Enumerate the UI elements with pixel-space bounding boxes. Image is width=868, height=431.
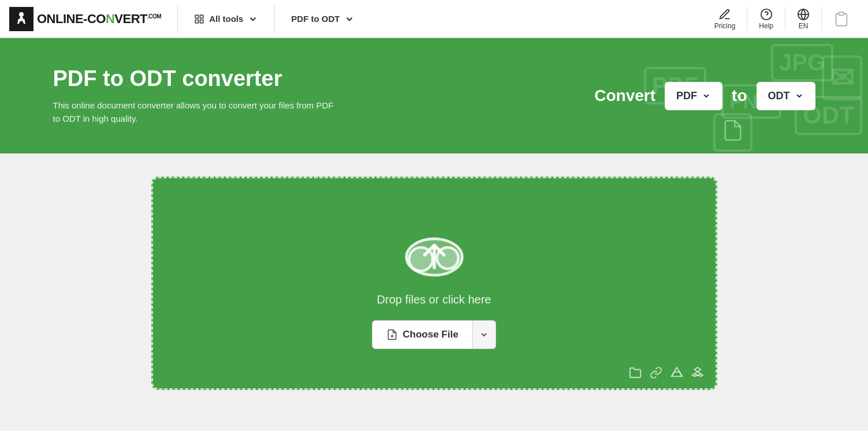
choose-file-chevron-icon xyxy=(479,330,489,339)
grid-icon xyxy=(194,14,204,24)
bottom-icons-row xyxy=(629,366,704,379)
hero-content: PDF to ODT converter This online documen… xyxy=(30,66,839,125)
clipboard-area[interactable] xyxy=(824,11,859,27)
convert-label: Convert xyxy=(594,87,655,105)
choose-file-main-btn[interactable]: Choose File xyxy=(372,321,472,348)
lang-label: EN xyxy=(799,22,809,30)
svg-rect-6 xyxy=(195,20,198,23)
from-format-select[interactable]: PDF xyxy=(665,82,722,110)
logo-com: .COM xyxy=(147,13,161,19)
from-format-value: PDF xyxy=(676,90,697,102)
pdf-to-odt-button[interactable]: PDF to ODT xyxy=(282,9,364,29)
pencil-icon xyxy=(718,8,731,21)
to-label: to xyxy=(732,87,747,105)
pricing-label: Pricing xyxy=(714,22,736,30)
help-circle-icon xyxy=(760,8,773,21)
hero-left: PDF to ODT converter This online documen… xyxy=(53,66,595,125)
logo-icon xyxy=(9,7,33,31)
file-plus-icon xyxy=(386,329,398,340)
all-tools-button[interactable]: All tools xyxy=(185,9,267,29)
nav-divider-pricing xyxy=(747,8,747,31)
hero-description: This online document converter allows yo… xyxy=(53,99,342,125)
choose-file-dropdown-btn[interactable] xyxy=(472,321,496,348)
main-content: Drop files or click here Choose File xyxy=(0,153,868,413)
navbar-divider-1 xyxy=(177,5,178,33)
choose-file-button[interactable]: Choose File xyxy=(372,320,496,349)
logo-text: ONLINE-CONVERT.COM xyxy=(37,12,161,27)
navbar: ONLINE-CONVERT.COM All tools PDF to ODT … xyxy=(0,0,868,38)
hero-title: PDF to ODT converter xyxy=(53,66,595,91)
pdf-to-odt-label: PDF to ODT xyxy=(291,14,340,24)
hero-section: JPG ✉ PNG ODT PDF PDF to ODT converter T… xyxy=(0,38,868,153)
language-button[interactable]: EN xyxy=(788,3,819,35)
all-tools-label: All tools xyxy=(209,14,243,24)
help-label: Help xyxy=(759,22,773,30)
svg-rect-5 xyxy=(200,15,203,18)
to-format-select[interactable]: ODT xyxy=(757,82,815,110)
chevron-down-icon xyxy=(248,14,258,24)
help-button[interactable]: Help xyxy=(750,3,783,35)
choose-file-label: Choose File xyxy=(403,329,458,340)
google-drive-icon[interactable] xyxy=(670,366,683,379)
nav-divider-lang xyxy=(821,8,822,31)
to-format-chevron xyxy=(795,91,804,100)
from-format-chevron xyxy=(702,91,711,100)
hero-right: Convert PDF to ODT xyxy=(594,82,815,110)
svg-point-0 xyxy=(19,12,24,17)
logo[interactable]: ONLINE-CONVERT.COM xyxy=(9,7,161,31)
upload-dropzone[interactable]: Drop files or click here Choose File xyxy=(151,177,717,390)
chevron-down-icon-2 xyxy=(344,14,355,24)
nav-divider-help xyxy=(785,8,785,31)
navbar-divider-2 xyxy=(274,5,275,33)
globe-icon xyxy=(797,8,810,21)
svg-rect-4 xyxy=(195,15,198,18)
svg-rect-7 xyxy=(200,20,203,23)
clipboard-icon xyxy=(833,11,850,27)
navbar-right: Pricing Help EN xyxy=(705,3,859,35)
to-format-value: ODT xyxy=(768,90,790,102)
link-icon[interactable] xyxy=(650,366,662,379)
drop-text: Drop files or click here xyxy=(377,293,491,306)
cloud-upload-icon xyxy=(397,224,472,282)
svg-rect-12 xyxy=(839,12,844,15)
logo-figure-icon xyxy=(13,11,29,27)
dropbox-icon[interactable] xyxy=(691,366,704,379)
folder-icon[interactable] xyxy=(629,366,642,379)
pricing-button[interactable]: Pricing xyxy=(705,3,745,35)
